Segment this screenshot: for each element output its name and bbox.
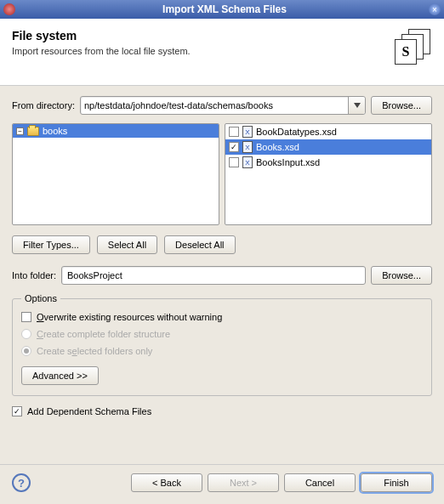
options-group: Options Overwrite existing resources wit… — [12, 293, 432, 396]
file-checkbox[interactable] — [229, 157, 239, 167]
advanced-button[interactable]: Advanced >> — [21, 366, 99, 385]
from-directory-combo[interactable] — [80, 96, 366, 115]
add-dependent-checkbox[interactable] — [12, 406, 22, 416]
browse-source-button[interactable]: Browse... — [371, 96, 432, 115]
tree-item-label: books — [43, 126, 67, 136]
xsd-file-icon: X — [242, 141, 253, 153]
wizard-footer: ? < Back Next > Cancel Finish — [0, 464, 444, 504]
overwrite-option[interactable]: Overwrite existing resources without war… — [21, 312, 423, 322]
deselect-all-button[interactable]: Deselect All — [164, 235, 235, 254]
folder-tree[interactable]: − books — [12, 123, 219, 225]
into-folder-label: Into folder: — [12, 270, 56, 280]
xsd-file-icon: X — [242, 126, 253, 138]
overwrite-checkbox[interactable] — [21, 312, 31, 322]
titlebar: Import XML Schema Files × — [0, 0, 444, 19]
wizard-banner-icon: SSS — [391, 29, 432, 70]
header: File system Import resources from the lo… — [0, 19, 444, 86]
app-icon — [3, 3, 15, 15]
add-dependent-label: Add Dependent Schema Files — [27, 406, 151, 416]
cancel-button[interactable]: Cancel — [284, 473, 356, 492]
window-title: Import XML Schema Files — [20, 3, 429, 15]
create-complete-radio — [21, 329, 31, 339]
file-checkbox[interactable] — [229, 127, 239, 137]
file-row[interactable]: XBooksInput.xsd — [225, 155, 431, 170]
help-icon[interactable]: ? — [12, 473, 31, 492]
chevron-down-icon[interactable] — [348, 97, 365, 114]
select-all-button[interactable]: Select All — [97, 235, 157, 254]
add-dependent-option[interactable]: Add Dependent Schema Files — [12, 406, 432, 416]
file-checkbox[interactable] — [229, 142, 239, 152]
next-button: Next > — [208, 473, 279, 492]
create-selected-option: Create selected folders only — [21, 346, 423, 356]
browse-target-button[interactable]: Browse... — [371, 266, 432, 285]
collapse-icon[interactable]: − — [16, 127, 24, 135]
file-list[interactable]: XBookDatatypes.xsdXBooks.xsdXBooksInput.… — [225, 123, 432, 225]
file-row[interactable]: XBooks.xsd — [225, 139, 431, 155]
create-selected-radio — [21, 346, 31, 356]
file-name: BooksInput.xsd — [256, 157, 320, 167]
page-subtitle: Import resources from the local file sys… — [12, 46, 191, 56]
xsd-file-icon: X — [242, 156, 253, 168]
tree-item-books[interactable]: − books — [13, 124, 219, 138]
into-folder-input[interactable] — [61, 266, 366, 285]
folder-icon — [27, 127, 39, 136]
options-legend: Options — [21, 293, 60, 303]
page-title: File system — [12, 29, 191, 42]
file-row[interactable]: XBookDatatypes.xsd — [225, 124, 431, 139]
back-button[interactable]: < Back — [131, 473, 202, 492]
create-complete-option: Create complete folder structure — [21, 329, 423, 339]
filter-types-button[interactable]: Filter Types... — [12, 235, 90, 254]
finish-button[interactable]: Finish — [361, 473, 432, 492]
from-directory-label: From directory: — [12, 100, 75, 110]
file-name: Books.xsd — [256, 142, 299, 152]
from-directory-input[interactable] — [81, 97, 348, 114]
file-name: BookDatatypes.xsd — [256, 127, 337, 137]
close-icon[interactable]: × — [429, 3, 441, 15]
